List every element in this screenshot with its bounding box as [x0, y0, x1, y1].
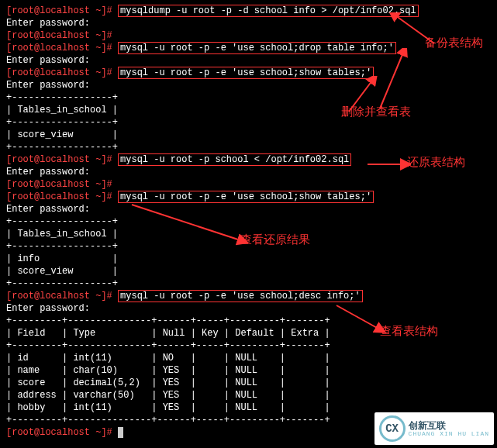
table-hr: +------------------+: [6, 142, 118, 153]
table-row: | info |: [6, 253, 118, 264]
table-header: | Tables_in_school |: [6, 229, 118, 240]
annotation-view-restore: 查看还原结果: [240, 233, 310, 247]
desc-hr: +---------+---------------+------+-----+…: [6, 315, 330, 326]
table-row: | score_view |: [6, 266, 118, 277]
prompt: [root@localhost ~]#: [6, 427, 112, 438]
annotation-restore: 还原表结构: [407, 155, 465, 170]
prompt: [root@localhost ~]#: [6, 5, 112, 16]
table-row: | score_view |: [6, 129, 118, 140]
enter-password: Enter password:: [6, 167, 90, 177]
cursor[interactable]: [118, 427, 123, 438]
table-hr: +------------------+: [6, 117, 118, 128]
desc-row: | name | char(10) | YES | | NULL | |: [6, 365, 330, 376]
desc-hr: +---------+---------------+------+-----+…: [6, 340, 330, 351]
table-header: | Tables_in_school |: [6, 105, 118, 115]
logo-text: 创新互联: [409, 421, 489, 430]
prompt: [root@localhost ~]#: [6, 30, 112, 41]
annotation-drop-view: 删除并查看表: [341, 105, 411, 119]
enter-password: Enter password:: [6, 303, 90, 314]
prompt: [root@localhost ~]#: [6, 191, 112, 202]
logo-initials: CX: [385, 422, 399, 435]
logo: CX 创新互联 CHUANG XIN HU LIAN: [374, 412, 494, 445]
cmd-mysqldump: mysqldump -u root -p -d school info > /o…: [118, 5, 419, 17]
desc-row: | address | varchar(50) | YES | | NULL |…: [6, 390, 330, 401]
annotation-backup: 备份表结构: [425, 36, 483, 50]
annotation-view-desc: 查看表结构: [380, 324, 438, 339]
logo-subtext: CHUANG XIN HU LIAN: [409, 430, 489, 437]
desc-hr: +---------+---------------+------+-----+…: [6, 415, 330, 426]
enter-password: Enter password:: [6, 80, 90, 91]
table-hr: +------------------+: [6, 92, 118, 103]
cmd-show-tables-2: mysql -u root -p -e 'use school;show tab…: [118, 191, 374, 203]
prompt: [root@localhost ~]#: [6, 154, 112, 165]
cmd-desc-info: mysql -u root -p -e 'use school;desc inf…: [118, 290, 363, 302]
prompt: [root@localhost ~]#: [6, 67, 112, 78]
table-hr: +------------------+: [6, 278, 118, 289]
cmd-drop-table: mysql -u root -p -e 'use school;drop tab…: [118, 42, 396, 54]
cmd-restore: mysql -u root -p school < /opt/info02.sq…: [118, 153, 351, 166]
enter-password: Enter password:: [6, 55, 90, 66]
desc-row: | score | decimal(5,2) | YES | | NULL | …: [6, 377, 330, 388]
logo-icon: CX: [379, 415, 406, 442]
prompt: [root@localhost ~]#: [6, 291, 112, 302]
enter-password: Enter password:: [6, 18, 90, 29]
terminal-output: [root@localhost ~]# mysqldump -u root -p…: [0, 0, 497, 443]
desc-row: | hobby | int(11) | YES | | NULL | |: [6, 402, 330, 413]
enter-password: Enter password:: [6, 204, 90, 215]
table-hr: +------------------+: [6, 241, 118, 252]
desc-row: | id | int(11) | NO | | NULL | |: [6, 353, 330, 364]
cmd-show-tables-1: mysql -u root -p -e 'use school;show tab…: [118, 67, 374, 79]
prompt: [root@localhost ~]#: [6, 43, 112, 53]
prompt: [root@localhost ~]#: [6, 179, 112, 190]
desc-header: | Field | Type | Null | Key | Default | …: [6, 328, 330, 339]
table-hr: +------------------+: [6, 216, 118, 227]
